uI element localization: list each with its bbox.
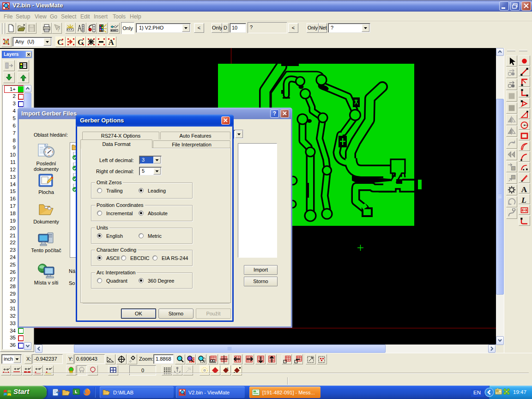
svg-text:?: ? — [57, 26, 60, 33]
svg-text:s: s — [227, 367, 229, 370]
svg-text:L: L — [521, 195, 526, 204]
svg-text:A: A — [521, 185, 527, 193]
